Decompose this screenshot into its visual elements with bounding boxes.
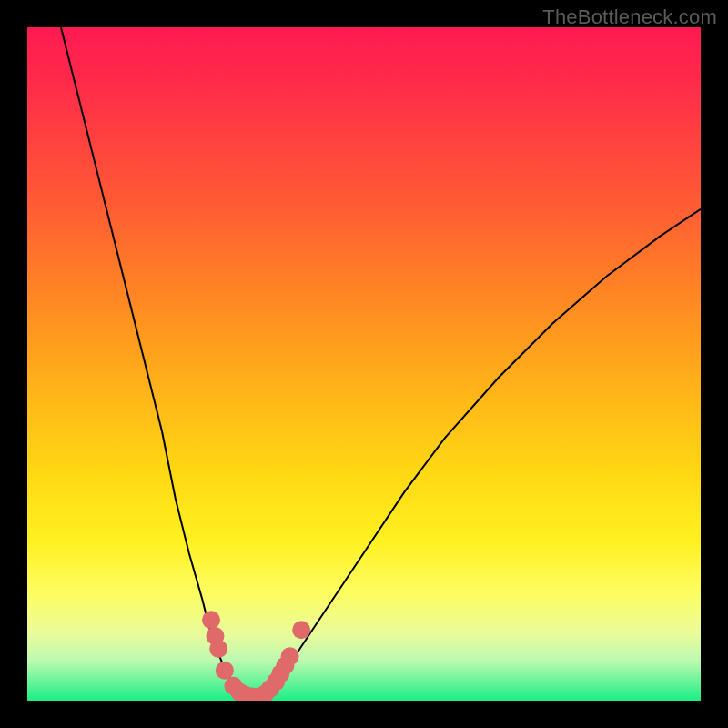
- marker-group: [202, 611, 310, 701]
- watermark-text: TheBottleneck.com: [542, 5, 717, 29]
- marker-point: [202, 611, 220, 629]
- marker-point: [209, 640, 228, 658]
- chart-frame: TheBottleneck.com: [0, 0, 728, 728]
- chart-svg: [27, 27, 701, 701]
- right-curve: [257, 209, 701, 698]
- marker-point: [292, 621, 310, 639]
- marker-point: [216, 662, 234, 680]
- left-curve: [61, 27, 249, 697]
- marker-point: [281, 647, 299, 665]
- plot-area: [27, 27, 701, 701]
